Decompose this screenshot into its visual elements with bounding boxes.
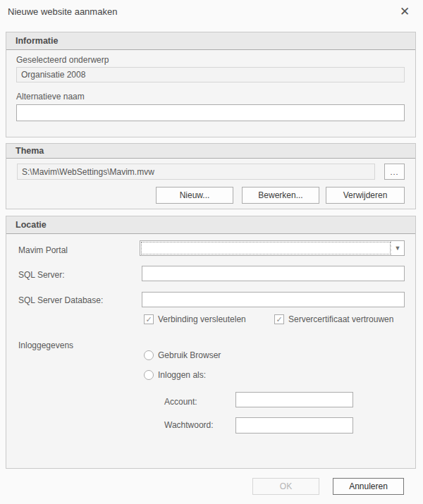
encrypt-connection-label: Verbinding versleutelen xyxy=(158,314,246,324)
sql-database-input[interactable] xyxy=(142,292,405,307)
edit-theme-button[interactable]: Bewerken... xyxy=(242,187,319,204)
radio-unselected-icon[interactable] xyxy=(144,370,154,380)
dialog-titlebar: Nieuwe website aanmaken ✕ xyxy=(0,0,423,25)
section-locatie-header: Locatie xyxy=(6,216,415,234)
trust-certificate-label: Servercertificaat vertrouwen xyxy=(288,314,393,324)
trust-certificate-checkbox[interactable]: ✓ Servercertificaat vertrouwen xyxy=(274,314,393,324)
account-input[interactable] xyxy=(235,392,353,407)
focus-marquee xyxy=(142,242,390,254)
theme-path-value: S:\Mavim\WebSettings\Mavim.mvw xyxy=(22,167,154,177)
radio-unselected-icon[interactable] xyxy=(144,350,154,360)
section-informatie: Informatie Geselecteerd onderwerp Organi… xyxy=(6,32,416,137)
close-icon[interactable]: ✕ xyxy=(396,4,413,20)
sql-server-label: SQL Server: xyxy=(18,270,65,280)
cancel-button[interactable]: Annuleren xyxy=(333,478,404,495)
checkbox-checked-icon[interactable]: ✓ xyxy=(144,314,154,324)
section-thema: Thema S:\Mavim\WebSettings\Mavim.mvw ...… xyxy=(6,143,416,209)
encrypt-connection-checkbox[interactable]: ✓ Verbinding versleutelen xyxy=(144,314,246,324)
chevron-down-icon[interactable]: ▼ xyxy=(391,241,404,255)
mavim-portal-dropdown[interactable]: ▼ xyxy=(140,240,405,256)
alternative-name-input[interactable] xyxy=(16,104,405,121)
mavim-portal-label: Mavim Portal xyxy=(18,245,68,255)
login-as-radio[interactable]: Inloggen als: xyxy=(144,370,206,380)
ok-button[interactable]: OK xyxy=(252,478,319,495)
use-browser-label: Gebruik Browser xyxy=(158,350,221,360)
alternative-name-label: Alternatieve naam xyxy=(16,92,85,102)
browse-button[interactable]: ... xyxy=(384,164,405,180)
dialog-title: Nieuwe website aanmaken xyxy=(8,6,117,17)
checkbox-checked-icon[interactable]: ✓ xyxy=(274,314,284,324)
new-theme-button[interactable]: Nieuw... xyxy=(156,187,233,204)
sql-database-label: SQL Server Database: xyxy=(18,295,103,305)
use-browser-radio[interactable]: Gebruik Browser xyxy=(144,350,221,360)
section-locatie: Locatie Mavim Portal ▼ SQL Server: SQL S… xyxy=(6,216,416,469)
login-as-label: Inloggen als: xyxy=(158,370,206,380)
password-input[interactable] xyxy=(235,417,353,434)
selected-subject-label: Geselecteerd onderwerp xyxy=(16,55,109,65)
theme-path-field: S:\Mavim\WebSettings\Mavim.mvw xyxy=(17,164,375,180)
account-label: Account: xyxy=(164,397,197,407)
sql-server-input[interactable] xyxy=(142,266,405,281)
credentials-label: Inloggegevens xyxy=(18,340,73,350)
password-label: Wachtwoord: xyxy=(164,420,214,430)
section-thema-header: Thema xyxy=(6,144,415,159)
selected-subject-field: Organisatie 2008 xyxy=(16,67,405,82)
selected-subject-value: Organisatie 2008 xyxy=(21,70,85,80)
delete-theme-button[interactable]: Verwijderen xyxy=(326,187,405,204)
section-informatie-header: Informatie xyxy=(6,32,415,50)
